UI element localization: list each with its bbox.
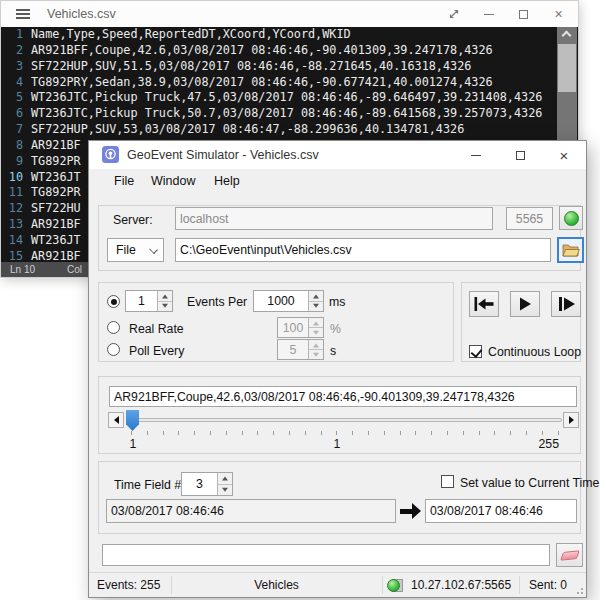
time-field-spinner[interactable]: 3 <box>181 472 233 496</box>
maximize-icon <box>519 10 528 19</box>
time-to-field[interactable] <box>425 499 577 523</box>
resize-grip[interactable] <box>573 584 583 594</box>
editor-line: 1Name,Type,Speed,ReportedDT,XCoord,YCoor… <box>1 27 578 43</box>
real-rate-spinner[interactable]: 100 <box>277 317 324 338</box>
scrollbar-thumb[interactable] <box>558 44 576 92</box>
clear-button[interactable] <box>556 543 583 567</box>
poll-every-label: Poll Every <box>129 344 184 358</box>
editor-window-title: Vehicles.csv <box>47 1 116 27</box>
minimize-icon <box>484 14 494 15</box>
skip-to-start-button[interactable] <box>469 291 499 317</box>
line-number: 6 <box>1 106 31 122</box>
geoevent-app-icon <box>102 146 119 163</box>
source-type-dropdown[interactable]: File <box>107 238 164 262</box>
current-event-field[interactable] <box>109 386 577 407</box>
menu-window[interactable]: Window <box>151 174 195 188</box>
browse-file-button[interactable] <box>557 237 584 263</box>
event-slider-track[interactable] <box>126 418 562 422</box>
editor-line: 6WT236JTC,Pickup Truck,50.7,03/08/2017 0… <box>1 106 578 122</box>
maximize-button[interactable] <box>498 141 542 169</box>
events-per-radio[interactable] <box>107 295 120 308</box>
editor-line: 2AR921BFF,Coupe,42.6,03/08/2017 08:46:46… <box>1 43 578 59</box>
connection-led-icon <box>564 211 579 226</box>
spin-down-button[interactable] <box>158 302 172 312</box>
menu-file[interactable]: File <box>114 174 134 188</box>
fullscreen-icon[interactable] <box>436 1 471 27</box>
spin-up-button[interactable] <box>218 473 232 485</box>
close-icon: × <box>560 148 569 163</box>
poll-every-radio[interactable] <box>107 343 120 356</box>
endpoint-status: 10.27.102.67:5565 <box>411 573 511 597</box>
message-output-field[interactable] <box>102 544 550 566</box>
line-text: TG892PR <box>31 154 81 170</box>
spin-up-button[interactable] <box>309 291 323 302</box>
continuous-loop-checkbox[interactable] <box>469 345 482 358</box>
skip-to-start-icon <box>474 297 494 311</box>
connect-button[interactable] <box>559 206 583 230</box>
line-text: SF722HUP,SUV,53,03/08/2017 08:46:47,-88.… <box>31 122 464 138</box>
slider-min-label: 1 <box>127 437 139 451</box>
line-number: 8 <box>1 138 31 154</box>
line-text: AR921BFF,Coupe,42.6,03/08/2017 08:46:46,… <box>31 43 493 59</box>
scroll-up-icon[interactable] <box>562 31 572 41</box>
menubar: File Window Help <box>89 169 586 195</box>
spin-down-button <box>309 350 323 359</box>
time-from-field[interactable] <box>106 499 396 523</box>
line-number: 12 <box>1 201 31 217</box>
minimize-button[interactable] <box>454 141 498 169</box>
line-number: 14 <box>1 233 31 249</box>
time-field-group <box>98 461 581 534</box>
spin-down-button[interactable] <box>218 485 232 496</box>
simulator-window: GeoEvent Simulator - Vehicles.csv × File… <box>88 140 587 598</box>
events-count-value: 1 <box>126 291 157 311</box>
poll-value: 5 <box>278 340 308 359</box>
close-button[interactable]: × <box>541 1 576 27</box>
interval-value: 1000 <box>254 291 308 311</box>
line-number: 2 <box>1 43 31 59</box>
slider-left-button[interactable] <box>108 412 124 428</box>
slider-tick-marks <box>131 431 559 435</box>
line-text: WT236JT <box>31 233 81 249</box>
poll-spinner[interactable]: 5 <box>277 339 324 360</box>
file-path-field[interactable] <box>175 238 551 262</box>
server-host-field[interactable] <box>175 207 493 230</box>
minimize-icon <box>471 155 481 156</box>
events-count-status: Events: 255 <box>97 573 160 597</box>
step-forward-icon <box>558 297 575 311</box>
step-forward-button[interactable] <box>551 291 581 317</box>
maximize-icon <box>516 151 525 160</box>
line-number: 15 <box>1 249 31 262</box>
maximize-button[interactable] <box>506 1 541 27</box>
real-rate-radio[interactable] <box>107 321 120 334</box>
feed-name-status: Vehicles <box>171 573 382 597</box>
spin-up-button[interactable] <box>158 291 172 302</box>
spin-down-button[interactable] <box>309 302 323 312</box>
editor-line: 7SF722HUP,SUV,53,03/08/2017 08:46:47,-88… <box>1 122 578 138</box>
spin-up-button <box>309 318 323 328</box>
menu-help[interactable]: Help <box>214 174 240 188</box>
line-number: 7 <box>1 122 31 138</box>
line-number: 9 <box>1 154 31 170</box>
real-rate-unit-label: % <box>330 322 341 336</box>
set-current-time-checkbox[interactable] <box>441 475 454 488</box>
interval-spinner[interactable]: 1000 <box>253 290 324 312</box>
open-folder-icon <box>562 243 580 257</box>
spin-down-button <box>309 328 323 337</box>
line-text: TG892PRY,Sedan,38.9,03/08/2017 08:46:46,… <box>31 75 493 91</box>
close-button[interactable]: × <box>542 141 586 169</box>
simulator-titlebar[interactable]: GeoEvent Simulator - Vehicles.csv × <box>89 141 586 169</box>
server-port-field[interactable] <box>506 207 553 230</box>
time-field-label: Time Field # <box>114 478 181 492</box>
events-count-spinner[interactable]: 1 <box>125 290 173 312</box>
poll-unit-label: s <box>330 344 336 358</box>
minimize-button[interactable] <box>471 1 506 27</box>
slider-right-button[interactable] <box>563 412 579 428</box>
cursor-col-indicator: Col <box>67 262 82 277</box>
play-button[interactable] <box>510 291 540 317</box>
line-text: AR921BF <box>31 249 81 262</box>
close-icon: × <box>554 7 562 21</box>
editor-titlebar[interactable]: Vehicles.csv × <box>1 1 578 27</box>
cursor-line-indicator: Ln 10 <box>10 262 35 277</box>
line-text: SF722HUP,SUV,51.5,03/08/2017 08:46:46,-8… <box>31 59 471 75</box>
hamburger-menu-icon[interactable] <box>16 9 30 19</box>
